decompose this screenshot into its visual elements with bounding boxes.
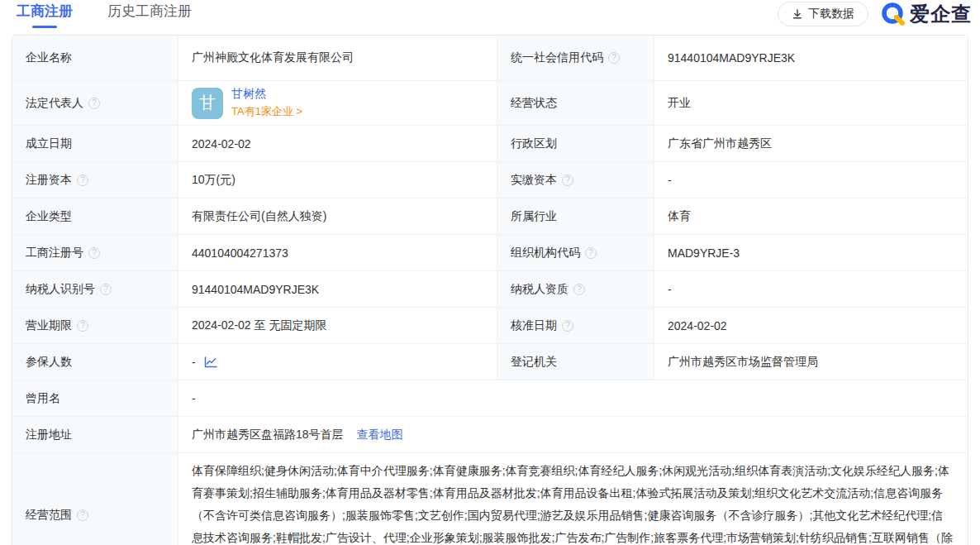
field-value-status: 开业 (654, 81, 968, 125)
field-label-status: 经营状态 (497, 81, 654, 125)
field-label-insured-count: 参保人数 (12, 344, 178, 380)
field-label-taxpayer-id: 纳税人识别号? (12, 271, 178, 307)
field-value-company-name: 广州神殿文化体育发展有限公司 (178, 36, 497, 80)
table-row: 参保人数 - 登记机关 广州市越秀区市场监督管理局 (12, 343, 968, 380)
table-row: 经营范围? 体育保障组织;健身休闲活动;体育中介代理服务;体育健康服务;体育竞赛… (12, 452, 968, 545)
table-row: 成立日期 2024-02-02 行政区划 广东省广州市越秀区 (12, 125, 968, 161)
active-tab-underline (32, 26, 57, 28)
help-icon[interactable]: ? (608, 52, 620, 64)
view-map-link[interactable]: 查看地图 (357, 428, 403, 442)
help-icon[interactable]: ? (88, 98, 100, 109)
table-row: 企业名称 广州神殿文化体育发展有限公司 统一社会信用代码? 91440104MA… (12, 36, 968, 80)
tab-bar: 工商注册 历史工商注册 (17, 0, 192, 21)
field-label-former-name: 曾用名 (12, 380, 178, 416)
download-icon (792, 8, 803, 20)
field-label-industry: 所属行业 (497, 198, 654, 234)
table-row: 工商注册号? 440104004271373 组织机构代码? MAD9YRJE-… (12, 234, 968, 270)
field-value-registration-number: 440104004271373 (178, 235, 497, 270)
field-value-business-scope: 体育保障组织;健身休闲活动;体育中介代理服务;体育健康服务;体育竞赛组织;体育经… (178, 453, 968, 545)
aiqicha-logo-text: 爱企查 (910, 1, 972, 27)
field-label-registered-capital: 注册资本? (12, 162, 178, 198)
help-icon[interactable]: ? (100, 284, 112, 295)
field-value-industry: 体育 (654, 198, 968, 234)
field-label-registration-authority: 登记机关 (497, 344, 654, 380)
field-label-registered-address: 注册地址 (12, 417, 178, 452)
field-value-taxpayer-qualification: - (654, 271, 968, 307)
field-value-credit-code: 91440104MAD9YRJE3K (654, 36, 968, 80)
tab-label: 历史工商注册 (107, 3, 192, 19)
help-icon[interactable]: ? (585, 247, 597, 259)
aiqicha-logo-icon (880, 1, 906, 27)
field-label-credit-code: 统一社会信用代码? (497, 36, 654, 80)
help-icon[interactable]: ? (77, 509, 88, 521)
field-label-registration-number: 工商注册号? (12, 235, 178, 270)
table-row: 纳税人识别号? 91440104MAD9YRJE3K 纳税人资质? - (12, 270, 968, 307)
field-label-company-type: 企业类型 (12, 198, 178, 234)
help-icon[interactable]: ? (562, 174, 573, 186)
field-value-admin-division: 广东省广州市越秀区 (654, 126, 968, 161)
field-value-registration-authority: 广州市越秀区市场监督管理局 (654, 344, 968, 380)
field-label-legal-rep: 法定代表人? (12, 81, 178, 125)
page-header: 工商注册 历史工商注册 下载数据 爱企查 (0, 0, 980, 30)
tab-history-registration[interactable]: 历史工商注册 (107, 0, 192, 21)
table-row: 曾用名 - (12, 380, 968, 416)
field-label-founded-date: 成立日期 (12, 126, 178, 161)
table-row: 注册资本? 10万(元) 实缴资本? - (12, 161, 968, 198)
table-row: 注册地址 广州市越秀区盘福路18号首层 查看地图 (12, 416, 968, 452)
business-registration-table: 企业名称 广州神殿文化体育发展有限公司 统一社会信用代码? 91440104MA… (12, 35, 968, 545)
field-value-former-name: - (178, 380, 968, 416)
tab-label: 工商注册 (17, 3, 73, 19)
field-label-business-term: 营业期限? (12, 308, 178, 343)
header-right: 下载数据 爱企查 (778, 0, 972, 27)
help-icon[interactable]: ? (77, 320, 88, 332)
download-data-button[interactable]: 下载数据 (778, 2, 868, 26)
download-label: 下载数据 (808, 7, 854, 22)
field-label-company-name: 企业名称 (12, 36, 178, 80)
field-value-registered-address: 广州市越秀区盘福路18号首层 查看地图 (178, 417, 968, 452)
table-row: 法定代表人? 甘 甘树然 TA有1家企业 > 经营状态 开业 (12, 80, 968, 125)
help-icon[interactable]: ? (562, 320, 573, 332)
legal-rep-name-link[interactable]: 甘树然 (231, 87, 302, 102)
field-label-admin-division: 行政区划 (497, 126, 654, 161)
help-icon[interactable]: ? (77, 174, 88, 186)
field-label-taxpayer-qualification: 纳税人资质? (497, 271, 654, 307)
insured-trend-chart-icon[interactable] (204, 356, 217, 368)
help-icon[interactable]: ? (573, 284, 585, 295)
legal-rep-companies-link[interactable]: TA有1家企业 > (231, 104, 302, 119)
field-value-registered-capital: 10万(元) (178, 162, 497, 198)
aiqicha-logo[interactable]: 爱企查 (880, 1, 972, 27)
table-row: 营业期限? 2024-02-02 至 无固定期限 核准日期? 2024-02-0… (12, 307, 968, 343)
field-value-business-term: 2024-02-02 至 无固定期限 (178, 308, 497, 343)
field-value-insured-count: - (178, 344, 497, 380)
field-label-business-scope: 经营范围? (12, 453, 178, 545)
field-value-organization-code: MAD9YRJE-3 (654, 235, 968, 270)
field-value-company-type: 有限责任公司(自然人独资) (178, 198, 497, 234)
field-value-legal-rep: 甘 甘树然 TA有1家企业 > (178, 81, 497, 125)
field-value-founded-date: 2024-02-02 (178, 126, 497, 161)
field-label-paid-in-capital: 实缴资本? (497, 162, 654, 198)
field-value-approval-date: 2024-02-02 (654, 308, 968, 343)
field-label-approval-date: 核准日期? (497, 308, 654, 343)
field-value-taxpayer-id: 91440104MAD9YRJE3K (178, 271, 497, 307)
table-row: 企业类型 有限责任公司(自然人独资) 所属行业 体育 (12, 198, 968, 234)
field-label-organization-code: 组织机构代码? (497, 235, 654, 270)
help-icon[interactable]: ? (88, 247, 100, 259)
tab-business-registration[interactable]: 工商注册 (17, 0, 73, 21)
legal-rep-avatar[interactable]: 甘 (192, 88, 223, 119)
field-value-paid-in-capital: - (654, 162, 968, 198)
